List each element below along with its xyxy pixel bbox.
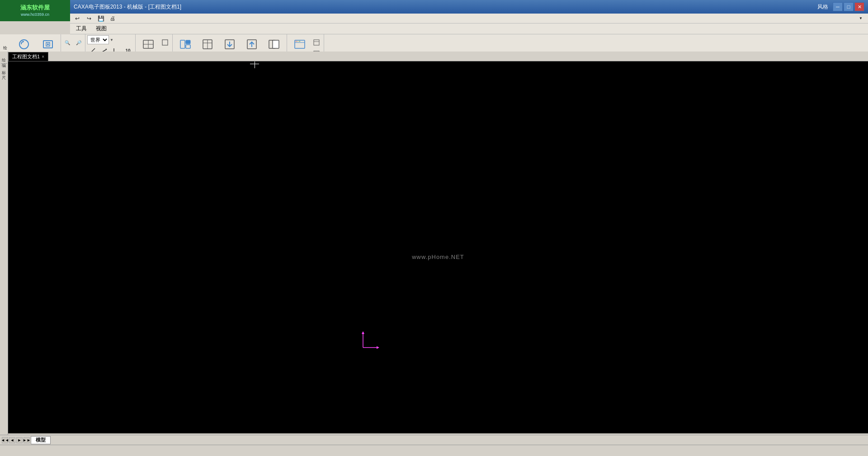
new-viewport-icon: [141, 37, 156, 52]
bottomnav: ◄◄ ◄ ► ►► 模型: [0, 435, 868, 445]
svg-point-26: [296, 41, 297, 42]
window-switch-icon: [292, 37, 307, 52]
titlebar: CAXA电子图板2013 - 机械版 - [工程图文档1] 风格 ─ □ ✕: [70, 0, 868, 14]
btn-zoom-out[interactable]: 🔎: [73, 37, 84, 48]
titlebar-restore-btn[interactable]: □: [844, 2, 854, 11]
svg-rect-13: [186, 40, 190, 44]
tab-document1-label: 工程图文档1: [12, 53, 40, 60]
save-icon: 💾: [98, 15, 104, 22]
sidebar-btn-dim[interactable]: 尺寸: [0, 70, 8, 75]
qa-btn-undo[interactable]: ↩: [72, 13, 83, 24]
svg-marker-1: [23, 41, 24, 42]
qa-btn-print[interactable]: 🖨: [107, 13, 118, 24]
sidebar-left: 绘图 编辑 标注 尺寸: [0, 52, 8, 445]
menu-tools[interactable]: 工具: [72, 24, 91, 34]
statusbar: [0, 445, 868, 456]
zoom-out-icon: 🔎: [76, 40, 81, 45]
sidebar-btn-annotate[interactable]: 标注: [0, 65, 8, 70]
titlebar-left: CAXA电子图板2013 - 机械版 - [工程图文档1]: [74, 3, 181, 11]
logo-brand: 涵东软件屋: [20, 4, 50, 12]
svg-rect-14: [186, 45, 190, 48]
switch-style-icon: [178, 37, 193, 52]
logo-area: 涵东软件屋 www.hc0359.cn: [0, 0, 70, 21]
qa-btn-save[interactable]: 💾: [95, 13, 106, 24]
btn-window-small1[interactable]: [311, 37, 322, 48]
menubar: 工具 视图: [70, 24, 868, 34]
redo-icon: ↪: [87, 15, 91, 22]
tab-close-btn[interactable]: ×: [42, 54, 44, 59]
qa-btn-redo[interactable]: ↪: [84, 13, 94, 24]
menu-view[interactable]: 视图: [92, 24, 111, 34]
btn-zoom-in[interactable]: 🔍: [62, 37, 73, 48]
svg-marker-34: [362, 331, 364, 334]
titlebar-title: CAXA电子图板2013 - 机械版 - [工程图文档1]: [74, 3, 181, 11]
nav-last-btn[interactable]: ►►: [24, 437, 30, 443]
all-regen-icon: [17, 37, 31, 52]
world-select-row: 世界 ▼: [87, 35, 113, 44]
zoom-in-icon: 🔍: [65, 40, 70, 45]
display-window-icon: [41, 37, 55, 52]
svg-rect-11: [162, 40, 168, 45]
nav-next-btn[interactable]: ►: [16, 437, 23, 443]
tabbar: 工程图文档1 ×: [8, 52, 868, 61]
search-row1: 🔍 🔎: [62, 37, 84, 48]
load-config-icon: [222, 37, 237, 52]
svg-point-27: [297, 41, 298, 42]
svg-marker-36: [377, 346, 379, 349]
titlebar-minimize-btn[interactable]: ─: [833, 2, 843, 11]
qa-dropdown-btn[interactable]: ▼: [855, 13, 866, 24]
logo-url: www.hc0359.cn: [20, 12, 50, 18]
sidebar-btn-draw[interactable]: 绘图: [0, 52, 8, 57]
tab-document1[interactable]: 工程图文档1 ×: [8, 52, 48, 61]
svg-rect-23: [273, 40, 279, 48]
crosshair-v: [255, 61, 255, 68]
save-config-icon: [245, 37, 259, 52]
style-menu[interactable]: 风格: [817, 3, 828, 11]
print-icon: 🖨: [110, 15, 115, 22]
world-select[interactable]: 世界: [87, 35, 109, 44]
dropdown-icon: ▼: [859, 16, 863, 20]
tab-model[interactable]: 模型: [31, 436, 51, 444]
sidebar-separator1: [1, 63, 7, 64]
dropdown-arrow-icon: ▼: [110, 38, 113, 42]
watermark: www.pHome.NET: [412, 253, 464, 260]
undo-icon: ↩: [75, 15, 80, 22]
svg-rect-12: [180, 40, 185, 48]
logo-toolbar-row: ↩ ↪ 💾 🖨 ▼: [70, 14, 868, 24]
svg-rect-29: [314, 40, 319, 45]
canvas-area[interactable]: www.pHome.NET: [8, 61, 868, 433]
sidebar-btn-edit[interactable]: 编辑: [0, 57, 8, 62]
nav-prev-btn[interactable]: ◄: [9, 437, 15, 443]
titlebar-controls[interactable]: 风格 ─ □ ✕: [817, 2, 864, 11]
svg-point-28: [299, 41, 300, 42]
titlebar-close-btn[interactable]: ✕: [854, 2, 864, 11]
logo-text: 涵东软件屋 www.hc0359.cn: [20, 4, 50, 18]
coord-axis-svg: [359, 329, 381, 352]
btn-viewport-extra[interactable]: [160, 37, 170, 48]
svg-point-3: [47, 43, 49, 45]
nav-first-btn[interactable]: ◄◄: [2, 437, 8, 443]
reset-ui-icon: [200, 37, 215, 52]
doc-switch-icon: [267, 37, 281, 52]
